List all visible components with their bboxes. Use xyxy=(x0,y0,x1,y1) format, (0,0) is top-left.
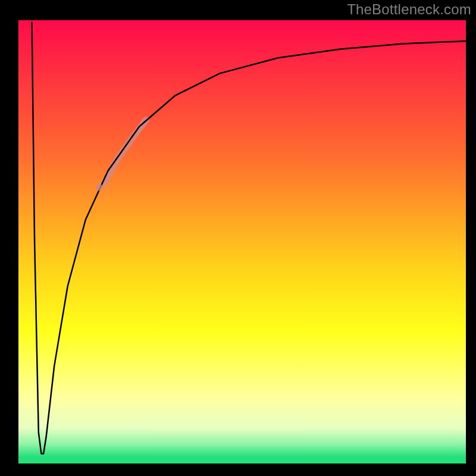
frame-border-bottom xyxy=(0,464,476,476)
frame-border-right xyxy=(466,0,476,476)
plot-background xyxy=(18,20,466,464)
curve-highlight-dot xyxy=(95,184,102,191)
watermark-text: TheBottleneck.com xyxy=(347,1,471,18)
bottleneck-chart xyxy=(0,0,476,476)
chart-container: TheBottleneck.com xyxy=(0,0,476,476)
frame-border-left xyxy=(0,0,18,476)
